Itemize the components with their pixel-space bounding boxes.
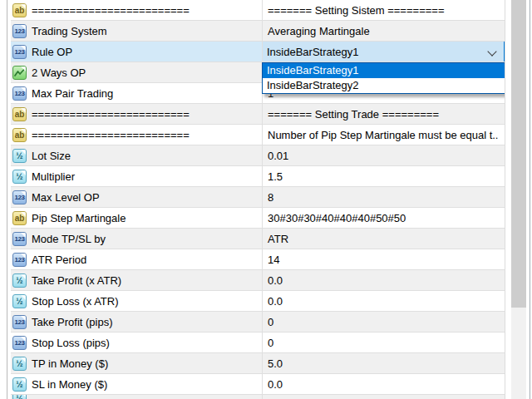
param-value: Number of Pip Step Martingale must be eq… xyxy=(268,129,498,141)
double-type-icon: ½ xyxy=(12,395,27,399)
panel-left-border xyxy=(7,0,7,399)
param-value-cell[interactable]: 0 xyxy=(262,312,505,332)
table-row: 123Take Profit (pips)0 xyxy=(11,312,505,332)
param-label-cell: 123Rule OP xyxy=(11,42,262,62)
param-value-cell[interactable] xyxy=(262,395,505,399)
table-row: ½Multiplier1.5 xyxy=(11,166,505,187)
param-value-cell[interactable]: InsideBarStrategy1 xyxy=(262,42,505,62)
param-label: ATR Period xyxy=(32,254,86,266)
scrollbar-thumb[interactable] xyxy=(511,0,526,308)
param-label: Trading System xyxy=(32,25,107,37)
inputs-table: ab================================ Setti… xyxy=(11,0,505,399)
table-row: 123ATR Period14 xyxy=(11,249,505,270)
param-value: 5.0 xyxy=(268,357,283,370)
dropdown-option[interactable]: InsideBarStrategy2 xyxy=(263,78,505,93)
integer-type-icon: 123 xyxy=(12,45,27,59)
param-value-cell[interactable]: 0.0 xyxy=(262,374,505,394)
param-value: 0.01 xyxy=(268,150,288,162)
integer-type-icon: 123 xyxy=(12,24,27,38)
param-label: 2 Ways OP xyxy=(32,66,86,79)
param-value: 14 xyxy=(268,254,279,266)
table-row: ½TP in Money ($)5.0 xyxy=(11,353,505,374)
param-label: Take Profit (pips) xyxy=(32,316,113,328)
param-label: Max Pair Trading xyxy=(32,87,113,100)
param-value-cell[interactable]: 0.01 xyxy=(262,145,505,165)
param-label-cell: ab========================= xyxy=(11,104,262,124)
table-row: 123Max Level OP8 xyxy=(11,187,505,208)
param-value: Averaging Martingale xyxy=(268,25,370,37)
param-label: Stop Loss (x ATR) xyxy=(32,295,119,308)
param-value: 0.0 xyxy=(268,295,283,308)
param-value-cell[interactable]: 30#30#30#40#40#40#50#50 xyxy=(262,208,505,228)
double-type-icon: ½ xyxy=(12,357,27,371)
param-label: Rule OP xyxy=(32,46,72,58)
table-row: 123Mode TP/SL byATR xyxy=(11,229,505,249)
param-label-cell: 123Mode TP/SL by xyxy=(11,229,262,249)
integer-type-icon: 123 xyxy=(12,232,27,246)
double-type-icon: ½ xyxy=(12,273,27,288)
param-value-cell[interactable]: 14 xyxy=(262,249,505,269)
param-value: 0 xyxy=(268,316,273,328)
table-row: ab=========================Number of Pip… xyxy=(11,125,505,145)
param-value-cell[interactable]: 0.0 xyxy=(262,291,505,311)
param-value: ======= Setting Sistem ========= xyxy=(268,4,445,17)
string-type-icon: ab xyxy=(12,3,27,17)
table-row: ½ xyxy=(11,395,505,399)
integer-type-icon: 123 xyxy=(12,315,27,329)
param-label: Pip Step Martingale xyxy=(32,212,126,224)
param-value-cell[interactable]: ======= Setting Trade ========= xyxy=(262,104,505,124)
double-type-icon: ½ xyxy=(12,377,27,392)
param-label: TP in Money ($) xyxy=(32,357,108,370)
param-label: ========================= xyxy=(32,108,190,121)
param-label-cell: 2 Ways OP xyxy=(11,62,262,82)
param-label: Take Profit (x ATR) xyxy=(32,274,121,287)
string-type-icon: ab xyxy=(12,107,27,121)
param-value-cell[interactable]: ======= Setting Sistem ========= xyxy=(262,0,505,20)
param-label: Lot Size xyxy=(32,150,71,162)
param-label: Stop Loss (pips) xyxy=(32,337,110,349)
param-value-cell[interactable]: 8 xyxy=(262,187,505,207)
string-type-icon: ab xyxy=(12,211,27,225)
double-type-icon: ½ xyxy=(12,149,27,163)
table-row: ½Take Profit (x ATR)0.0 xyxy=(11,270,505,291)
double-type-icon: ½ xyxy=(12,294,27,308)
param-label-cell: ½Stop Loss (x ATR) xyxy=(11,291,262,311)
param-label-cell: ½Take Profit (x ATR) xyxy=(11,270,262,290)
param-value: ATR xyxy=(268,233,288,245)
param-label-cell: 123Take Profit (pips) xyxy=(11,312,262,332)
rule-op-combobox[interactable]: InsideBarStrategy1 xyxy=(262,42,505,62)
param-value-cell[interactable]: Number of Pip Step Martingale must be eq… xyxy=(262,125,505,145)
param-label: ========================= xyxy=(32,129,190,141)
integer-type-icon: 123 xyxy=(12,190,27,204)
table-row: ½Stop Loss (x ATR)0.0 xyxy=(11,291,505,312)
param-label-cell: 123Stop Loss (pips) xyxy=(11,332,262,352)
param-value-cell[interactable]: 1.5 xyxy=(262,166,505,186)
vertical-scrollbar[interactable] xyxy=(511,0,526,399)
chevron-down-icon[interactable] xyxy=(487,47,496,56)
param-value-cell[interactable]: 0.0 xyxy=(262,270,505,290)
table-row: ab================================ Setti… xyxy=(11,104,505,125)
param-value-cell[interactable]: ATR xyxy=(262,229,505,249)
param-value-cell[interactable]: Averaging Martingale xyxy=(262,21,505,41)
param-label: Max Level OP xyxy=(32,191,100,204)
param-value: 0.0 xyxy=(268,274,283,287)
param-label-cell: 123Max Level OP xyxy=(11,187,262,207)
param-value-cell[interactable]: 0 xyxy=(262,332,505,352)
dropdown-option[interactable]: InsideBarStrategy1 xyxy=(263,63,505,78)
param-value: 0.0 xyxy=(268,378,283,391)
param-label-cell: ½Multiplier xyxy=(11,166,262,186)
param-label: Multiplier xyxy=(32,170,75,183)
param-label-cell: 123Max Pair Trading xyxy=(11,83,262,103)
param-value: 1.5 xyxy=(268,170,283,183)
param-label-cell: ab========================= xyxy=(11,125,262,145)
param-label: ========================= xyxy=(32,4,190,17)
table-row: 123Stop Loss (pips)0 xyxy=(11,332,505,353)
string-type-icon: ab xyxy=(12,128,27,142)
param-label-cell: ½ xyxy=(11,395,262,399)
param-label-cell: ½SL in Money ($) xyxy=(11,374,262,394)
table-row: abPip Step Martingale30#30#30#40#40#40#5… xyxy=(11,208,505,229)
param-label-cell: ab========================= xyxy=(11,0,262,20)
rule-op-dropdown: InsideBarStrategy1InsideBarStrategy2 xyxy=(262,62,505,94)
integer-type-icon: 123 xyxy=(12,336,27,350)
param-value-cell[interactable]: 5.0 xyxy=(262,353,505,373)
